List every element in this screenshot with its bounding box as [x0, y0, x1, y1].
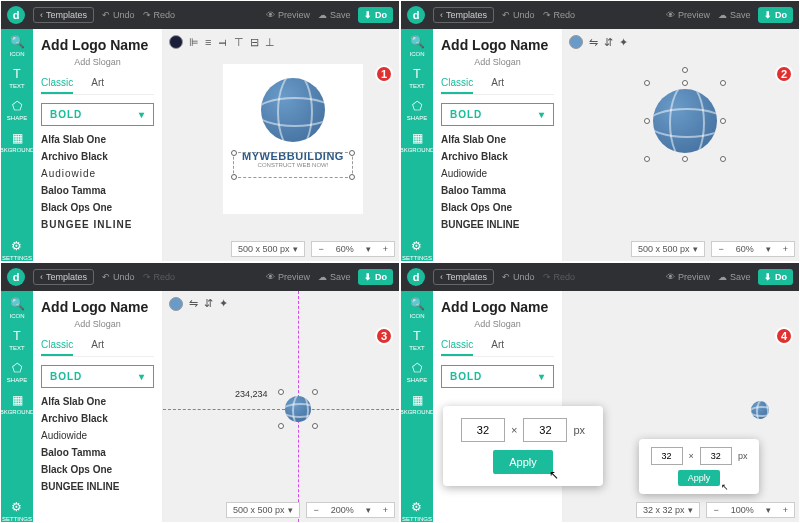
save-button[interactable]: ☁ Save [718, 272, 751, 282]
width-input[interactable] [461, 418, 505, 442]
mirror-icon[interactable]: ⇋ [189, 297, 198, 310]
font-item[interactable]: Alfa Slab One [441, 134, 554, 145]
preview-button[interactable]: 👁 Preview [666, 272, 710, 282]
sidebar-text[interactable]: TTEXT [9, 67, 24, 89]
size-select[interactable]: 500 x 500 px ▾ [231, 241, 306, 257]
font-item[interactable]: Black Ops One [441, 202, 554, 213]
sidebar-bg[interactable]: ▦BKGROUND [400, 131, 434, 153]
sidebar-icon[interactable]: 🔍ICON [410, 35, 425, 57]
sidebar-bg[interactable]: ▦BKGROUND [400, 393, 434, 415]
width-input[interactable] [651, 447, 683, 465]
font-item[interactable]: Audiowide [41, 168, 154, 179]
size-select[interactable]: 500 x 500 px ▾ [226, 502, 301, 518]
templates-button[interactable]: ‹Templates [33, 269, 94, 285]
font-select[interactable]: BOLD▾ [441, 365, 554, 388]
align-bottom-icon[interactable]: ⊥ [265, 36, 275, 49]
apply-button[interactable]: Apply [493, 450, 553, 474]
tab-classic[interactable]: Classic [41, 77, 73, 94]
font-item[interactable]: Audiowide [441, 168, 554, 179]
zoom-control[interactable]: −60%▾+ [311, 241, 395, 257]
sidebar-settings[interactable]: ⚙SETTINGS [402, 500, 432, 522]
font-item[interactable]: Baloo Tamma [441, 185, 554, 196]
size-select[interactable]: 32 x 32 px ▾ [636, 502, 701, 518]
save-button[interactable]: ☁ Save [718, 10, 751, 20]
download-button[interactable]: ⬇ Do [758, 269, 793, 285]
save-button[interactable]: ☁ Save [318, 272, 351, 282]
tab-classic[interactable]: Classic [41, 339, 73, 356]
sidebar-shape[interactable]: ⬠SHAPE [407, 361, 427, 383]
tab-classic[interactable]: Classic [441, 77, 473, 94]
align-center-icon[interactable]: ≡ [205, 36, 211, 48]
templates-button[interactable]: ‹Templates [433, 7, 494, 23]
canvas[interactable]: ⇋ ⇵ ✦ 500 x 500 px ▾ −60%▾+ 2 [563, 29, 799, 261]
font-item[interactable]: Audiowide [41, 430, 154, 441]
preview-button[interactable]: 👁 Preview [666, 10, 710, 20]
font-item[interactable]: Archivo Black [441, 151, 554, 162]
font-item[interactable]: BUNGEE INLINE [41, 481, 154, 492]
font-item[interactable]: Archivo Black [41, 151, 154, 162]
undo-button[interactable]: ↶ Undo [102, 10, 135, 20]
save-button[interactable]: ☁ Save [318, 10, 351, 20]
sidebar-icon[interactable]: 🔍ICON [10, 297, 25, 319]
undo-button[interactable]: ↶ Undo [502, 10, 535, 20]
font-item[interactable]: Alfa Slab One [41, 396, 154, 407]
logo-preview[interactable] [653, 89, 717, 153]
sparkle-icon[interactable]: ✦ [619, 36, 628, 49]
size-select[interactable]: 500 x 500 px ▾ [631, 241, 706, 257]
font-select[interactable]: BOLD▾ [41, 103, 154, 126]
font-item[interactable]: Archivo Black [41, 413, 154, 424]
download-button[interactable]: ⬇ Do [758, 7, 793, 23]
mirror-icon[interactable]: ⇋ [589, 36, 598, 49]
font-select[interactable]: BOLD▾ [41, 365, 154, 388]
undo-button[interactable]: ↶ Undo [502, 272, 535, 282]
canvas[interactable]: × px Apply ↖ × px Apply ↖ 32 x 32 px ▾ −… [563, 291, 799, 523]
font-item[interactable]: Baloo Tamma [41, 447, 154, 458]
sidebar-text[interactable]: TTEXT [409, 67, 424, 89]
font-item[interactable]: BUNGEE INLINE [441, 219, 554, 230]
logo-preview[interactable] [751, 401, 769, 419]
redo-button[interactable]: ↷ Redo [543, 10, 576, 20]
sidebar-shape[interactable]: ⬠SHAPE [7, 99, 27, 121]
font-select[interactable]: BOLD▾ [441, 103, 554, 126]
undo-button[interactable]: ↶ Undo [102, 272, 135, 282]
zoom-control[interactable]: −200%▾+ [306, 502, 395, 518]
canvas[interactable]: ⊫ ≡ ⫤ ⊤ ⊟ ⊥ MYWEBBUILDING CONSTRUCT WEB … [163, 29, 399, 261]
sidebar-bg[interactable]: ▦BKGROUND [0, 131, 34, 153]
sidebar-text[interactable]: TTEXT [9, 329, 24, 351]
sidebar-icon[interactable]: 🔍ICON [10, 35, 25, 57]
color-swatch[interactable] [169, 35, 183, 49]
align-right-icon[interactable]: ⫤ [217, 36, 228, 48]
zoom-control[interactable]: −100%▾+ [706, 502, 795, 518]
sidebar-bg[interactable]: ▦BKGROUND [0, 393, 34, 415]
templates-button[interactable]: ‹Templates [433, 269, 494, 285]
tab-art[interactable]: Art [491, 339, 504, 356]
sidebar-icon[interactable]: 🔍ICON [410, 297, 425, 319]
height-input[interactable] [700, 447, 732, 465]
font-item[interactable]: BUNGEE INLINE [41, 219, 154, 230]
canvas[interactable]: ⇋ ⇵ ✦ 234,234 500 x 500 px ▾ −200%▾+ 3 [163, 291, 399, 523]
tab-art[interactable]: Art [91, 77, 104, 94]
download-button[interactable]: ⬇ Do [358, 269, 393, 285]
tab-art[interactable]: Art [91, 339, 104, 356]
sidebar-shape[interactable]: ⬠SHAPE [407, 99, 427, 121]
flip-icon[interactable]: ⇵ [604, 36, 613, 49]
align-top-icon[interactable]: ⊤ [234, 36, 244, 49]
sidebar-settings[interactable]: ⚙SETTINGS [2, 500, 32, 522]
redo-button[interactable]: ↷ Redo [143, 10, 176, 20]
tab-classic[interactable]: Classic [441, 339, 473, 356]
color-swatch[interactable] [569, 35, 583, 49]
sparkle-icon[interactable]: ✦ [219, 297, 228, 310]
font-item[interactable]: Black Ops One [41, 202, 154, 213]
font-item[interactable]: Alfa Slab One [41, 134, 154, 145]
font-item[interactable]: Black Ops One [41, 464, 154, 475]
logo-preview[interactable] [285, 396, 311, 422]
apply-button[interactable]: Apply [678, 470, 721, 486]
height-input[interactable] [523, 418, 567, 442]
sidebar-shape[interactable]: ⬠SHAPE [7, 361, 27, 383]
align-left-icon[interactable]: ⊫ [189, 36, 199, 49]
redo-button[interactable]: ↷ Redo [143, 272, 176, 282]
sidebar-settings[interactable]: ⚙SETTINGS [402, 239, 432, 261]
font-item[interactable]: Baloo Tamma [41, 185, 154, 196]
preview-button[interactable]: 👁 Preview [266, 10, 310, 20]
preview-button[interactable]: 👁 Preview [266, 272, 310, 282]
